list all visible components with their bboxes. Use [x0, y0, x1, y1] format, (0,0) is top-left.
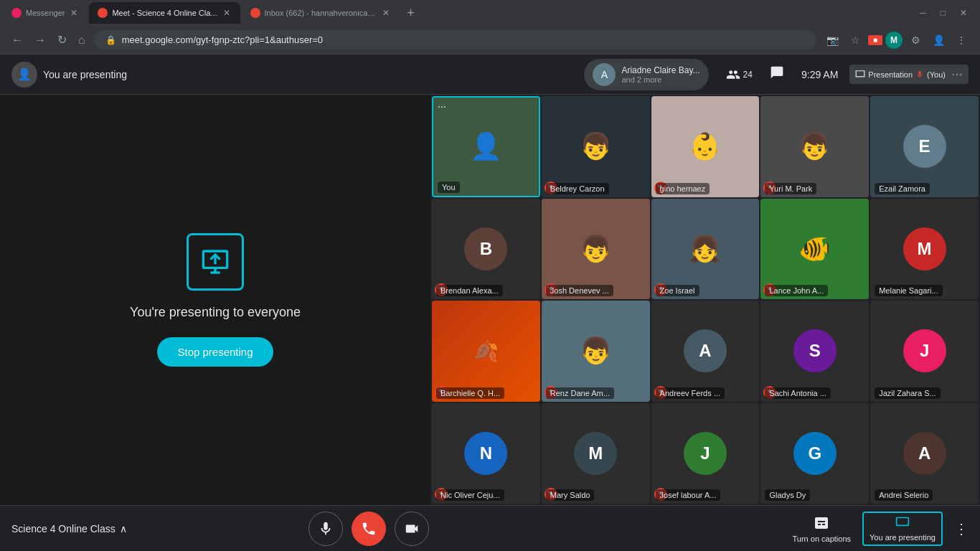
host-info: Ariadne Claire Bay... and 2 more — [621, 65, 699, 84]
participant-tile-renz[interactable]: 👦 Renz Dane Am... — [542, 301, 650, 402]
turn-on-captions-button[interactable]: Turn on captions — [793, 514, 852, 543]
andrei-avatar: A — [903, 432, 946, 475]
address-bar: ← → ↻ ⌂ 🔒 meet.google.com/gyt-fgnp-ztc?p… — [0, 26, 980, 55]
end-call-button[interactable] — [352, 512, 386, 546]
participant-tile-jazil[interactable]: J Jazil Zahara S... — [870, 301, 979, 402]
josef-name: Josef labour A... — [656, 489, 721, 501]
toolbar-icons: 📷 ☆ ■ M ⚙ 👤 ⋮ — [822, 30, 971, 50]
minimize-button[interactable]: ─ — [915, 6, 930, 19]
bookmark-star-icon[interactable]: ☆ — [845, 30, 865, 50]
home-button[interactable]: ⌂ — [75, 31, 88, 50]
new-tab-button[interactable]: + — [401, 3, 421, 23]
meeting-name: Science 4 Online Class ∧ — [11, 523, 127, 534]
presentation-label: Presentation — [868, 70, 913, 79]
extensions-icon[interactable]: ⚙ — [905, 30, 925, 50]
reload-button[interactable]: ↻ — [55, 30, 70, 50]
maximize-button[interactable]: □ — [936, 6, 950, 19]
yuri-name: Yuri M. Park — [765, 183, 816, 194]
meet-content: You're presenting to everyone Stop prese… — [0, 95, 980, 505]
participant-tile-barchielle[interactable]: 🍂 Barchielle Q. H... — [432, 301, 540, 402]
participant-tile-brendan[interactable]: B Brendan Alexa... — [432, 199, 540, 300]
sachi-avatar: S — [793, 329, 837, 372]
turn-on-captions-label: Turn on captions — [793, 534, 852, 543]
participant-tile-josh[interactable]: 👦 Josh Denevev ... — [542, 199, 650, 300]
participant-tile-ezail[interactable]: E Ezail Zamora — [870, 96, 979, 197]
participant-tile-lance[interactable]: 🐠 Lance John A... — [760, 199, 869, 300]
participant-tile-nic[interactable]: N Nic Oliver Ceju... — [432, 403, 540, 504]
participant-tile-yuri[interactable]: 👦 Yuri M. Park — [760, 96, 869, 197]
meet-tab-close[interactable]: ✕ — [222, 6, 232, 19]
participants-button[interactable]: 24 — [720, 62, 758, 88]
brendan-name: Brendan Alexa... — [436, 285, 503, 296]
meeting-name-text: Science 4 Online Class — [11, 523, 116, 534]
inbox-tab-close[interactable]: ✕ — [381, 6, 391, 19]
presenting-icon — [187, 233, 244, 291]
meet-favicon — [98, 8, 108, 18]
sachi-name: Sachi Antonia ... — [765, 387, 831, 399]
josh-name: Josh Denevev ... — [546, 285, 613, 296]
lance-name: Lance John A... — [765, 285, 828, 296]
participant-tile-gladys[interactable]: G Gladys Dy — [760, 403, 869, 504]
gladys-name: Gladys Dy — [765, 489, 810, 501]
participant-tile-gino[interactable]: 👶 gino hernaez — [651, 96, 760, 197]
back-button[interactable]: ← — [9, 31, 26, 50]
forward-button[interactable]: → — [32, 31, 49, 50]
nic-avatar: N — [464, 432, 507, 475]
messenger-tab-close[interactable]: ✕ — [69, 6, 79, 19]
participant-tile-sachi[interactable]: S Sachi Antonia ... — [760, 301, 869, 402]
participant-tile-beldrey[interactable]: 👦 Beldrey Carzon — [542, 96, 650, 197]
participant-tile-zoe[interactable]: 👧 Zoe Israel — [651, 199, 760, 300]
participant-tile-you[interactable]: 👤 ⋯ You — [432, 96, 540, 197]
nic-name: Nic Oliver Ceju... — [436, 489, 504, 501]
user-avatar: 👤 — [11, 62, 37, 88]
header-center: A Ariadne Claire Bay... and 2 more 24 9:… — [584, 59, 969, 90]
chat-button[interactable] — [764, 60, 790, 89]
meeting-host[interactable]: A Ariadne Claire Bay... and 2 more — [584, 59, 708, 90]
participant-tile-melanie[interactable]: M Melanie Sagari... — [870, 199, 979, 300]
tab-meet[interactable]: Meet - Science 4 Online Cla... ✕ — [89, 2, 240, 24]
ezail-name: Ezail Zamora — [875, 183, 930, 194]
inbox-favicon — [250, 8, 260, 18]
profile-avatar-icon[interactable]: 👤 — [928, 30, 948, 50]
beldrey-video: 👦 — [542, 96, 650, 197]
ezail-avatar: E — [903, 125, 946, 168]
tab-messenger[interactable]: Messenger ✕ — [3, 2, 88, 24]
lance-video: 🐠 — [760, 199, 869, 300]
bookmark-icon[interactable]: ■ — [868, 35, 882, 45]
andrei-name: Andrei Selerio — [875, 489, 933, 501]
host-sub: and 2 more — [621, 75, 699, 84]
lock-icon: 🔒 — [105, 35, 116, 45]
camera-icon[interactable]: 📷 — [822, 30, 842, 50]
you-are-presenting-indicator[interactable]: You are presenting — [862, 512, 943, 546]
window-controls: ─ □ ✕ — [915, 6, 977, 19]
participant-tile-mary[interactable]: M Mary Saldo — [542, 403, 650, 504]
yuri-video: 👦 — [760, 96, 869, 197]
beldrey-name: Beldrey Carzon — [546, 183, 609, 194]
participant-tile-andreev[interactable]: A Andreev Ferds ... — [651, 301, 760, 402]
participant-tile-andrei[interactable]: A Andrei Selerio — [870, 403, 979, 504]
tab-inbox[interactable]: Inbox (662) - hannahveronicage... ✕ — [242, 2, 400, 24]
header-right: 24 9:29 AM Presentation (You) ⋯ — [720, 60, 969, 89]
call-controls — [308, 512, 429, 546]
participant-tile-josef[interactable]: J Josef labour A... — [651, 403, 760, 504]
inbox-tab-label: Inbox (662) - hannahveronicage... — [265, 9, 377, 17]
url-bar[interactable]: 🔒 meet.google.com/gyt-fgnp-ztc?pli=1&aut… — [94, 30, 816, 50]
gino-video: 👶 — [651, 96, 760, 197]
menu-icon[interactable]: ⋮ — [951, 30, 971, 50]
stop-presenting-button[interactable]: Stop presenting — [157, 337, 273, 367]
profile-icon[interactable]: M — [885, 32, 903, 49]
gino-name: gino hernaez — [656, 183, 710, 194]
microphone-button[interactable] — [308, 512, 343, 546]
meeting-name-chevron[interactable]: ∧ — [120, 523, 127, 534]
more-options-button[interactable]: ⋮ — [954, 520, 969, 537]
options-icon[interactable]: ⋯ — [438, 102, 446, 112]
meet-header: 👤 You are presenting A Ariadne Claire Ba… — [0, 55, 980, 95]
presentation-area: You're presenting to everyone Stop prese… — [0, 95, 430, 505]
close-window-button[interactable]: ✕ — [956, 6, 971, 19]
you-participant-name: You — [438, 182, 460, 193]
renz-video: 👦 — [542, 301, 650, 402]
melanie-name: Melanie Sagari... — [875, 285, 943, 296]
zoe-name: Zoe Israel — [656, 285, 699, 296]
camera-toggle-button[interactable] — [395, 512, 429, 546]
participant-options-icon[interactable]: ⋯ — [951, 67, 963, 81]
